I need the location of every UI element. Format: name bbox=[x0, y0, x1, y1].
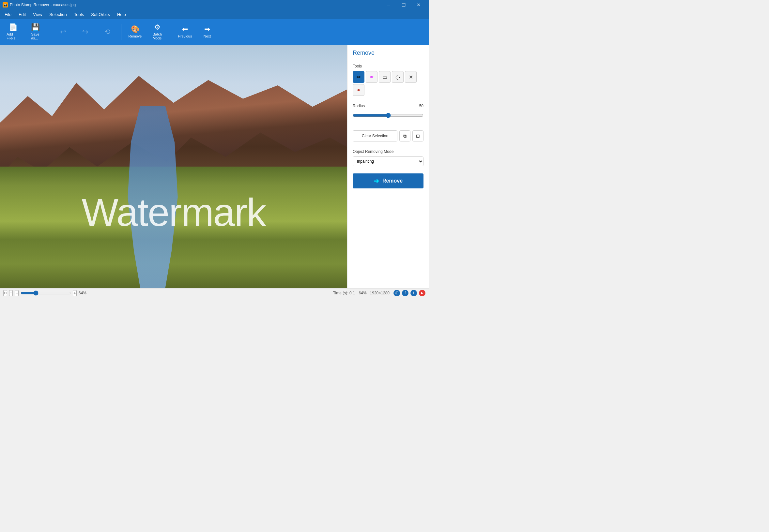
menu-file[interactable]: File bbox=[1, 11, 15, 18]
toolbar-separator-3 bbox=[171, 24, 171, 40]
undo-button[interactable]: ↩ bbox=[52, 21, 73, 43]
mode-label: Object Removing Mode bbox=[353, 149, 423, 154]
landscape-scene: Watermark bbox=[0, 45, 347, 288]
menu-tools[interactable]: Tools bbox=[71, 11, 87, 18]
tools-row: ✏ ✒ ▭ ◌ ✳ ● bbox=[353, 71, 423, 96]
tools-label: Tools bbox=[353, 64, 423, 68]
remove-icon: 🎨 bbox=[131, 26, 140, 33]
next-button[interactable]: ➡ Next bbox=[197, 21, 218, 43]
tool-lasso[interactable]: ◌ bbox=[392, 71, 404, 83]
zoom-actual-button[interactable]: □ bbox=[9, 290, 13, 296]
menu-edit[interactable]: Edit bbox=[15, 11, 29, 18]
zoom-fit-button[interactable]: ⊡ bbox=[3, 290, 7, 296]
panel-title: Remove bbox=[348, 45, 429, 60]
radius-row: Radius 50 bbox=[353, 104, 423, 108]
youtube-icon[interactable]: ▶ bbox=[419, 290, 425, 296]
maximize-button[interactable]: ☐ bbox=[396, 0, 411, 10]
add-files-icon: 📄 bbox=[9, 24, 18, 31]
menu-softorbits[interactable]: SoftOrbits bbox=[88, 11, 113, 18]
mode-section: Object Removing Mode Inpainting Content-… bbox=[348, 145, 429, 170]
previous-button[interactable]: ⬅ Previous bbox=[174, 21, 196, 43]
next-icon: ➡ bbox=[204, 26, 210, 33]
tool-stamp[interactable]: ● bbox=[353, 84, 364, 96]
redo-button[interactable]: ↪ bbox=[75, 21, 96, 43]
save-as-button[interactable]: 💾 Saveas... bbox=[25, 21, 46, 43]
title-bar: 📷 Photo Stamp Remover - caucasus.jpg ─ ☐… bbox=[0, 0, 429, 10]
radius-value: 50 bbox=[419, 104, 423, 108]
menu-selection[interactable]: Selection bbox=[46, 11, 70, 18]
history-icon: ⟲ bbox=[104, 28, 110, 36]
menu-view[interactable]: View bbox=[30, 11, 45, 18]
canvas-area[interactable]: Watermark bbox=[0, 45, 347, 288]
next-label: Next bbox=[204, 34, 211, 38]
remove-action-label: Remove bbox=[382, 178, 403, 184]
zoom-in-button[interactable]: + bbox=[73, 290, 77, 296]
time-label: Time (s): 0.1 bbox=[333, 291, 355, 295]
mode-select[interactable]: Inpainting Content-Aware Fill Smear bbox=[353, 156, 423, 166]
status-right: Time (s): 0.1 64% 1920×1280 ⓘ f t ▶ bbox=[333, 290, 425, 296]
remove-button[interactable]: 🎨 Remove bbox=[125, 21, 145, 43]
zoom-controls: ⊡ □ − + 64% bbox=[3, 288, 86, 298]
toolbar-separator-1 bbox=[49, 24, 49, 40]
radius-section: Radius 50 bbox=[348, 100, 429, 124]
save-as-icon: 💾 bbox=[31, 24, 40, 31]
tool-pencil[interactable]: ✏ bbox=[353, 71, 364, 83]
zoom-level-text: 64% bbox=[79, 291, 86, 295]
redo-icon: ↪ bbox=[82, 28, 88, 36]
add-files-button[interactable]: 📄 AddFile(s)... bbox=[3, 21, 23, 43]
paste-selection-button[interactable]: ⊡ bbox=[412, 130, 423, 141]
title-bar-controls: ─ ☐ ✕ bbox=[381, 0, 426, 10]
selection-row: Clear Selection ⧉ ⊡ bbox=[353, 130, 423, 141]
right-panel: Remove Tools ✏ ✒ ▭ ◌ ✳ ● Radius 50 Cl bbox=[347, 45, 429, 288]
app-icon: 📷 bbox=[3, 2, 8, 7]
twitter-icon[interactable]: t bbox=[410, 290, 417, 296]
clear-selection-button[interactable]: Clear Selection bbox=[353, 130, 397, 141]
batch-mode-icon: ⚙ bbox=[154, 24, 160, 31]
remove-arrow-icon: ➜ bbox=[374, 177, 379, 185]
tool-eraser[interactable]: ✒ bbox=[366, 71, 377, 83]
minimize-button[interactable]: ─ bbox=[381, 0, 396, 10]
save-as-label: Saveas... bbox=[31, 32, 39, 40]
batch-mode-label: BatchMode bbox=[153, 32, 162, 40]
previous-label: Previous bbox=[178, 34, 192, 38]
facebook-icon[interactable]: f bbox=[402, 290, 408, 296]
tool-rect[interactable]: ▭ bbox=[379, 71, 391, 83]
remove-label: Remove bbox=[128, 34, 142, 38]
image-size-text: 64% 1920×1280 bbox=[359, 291, 390, 295]
menu-help[interactable]: Help bbox=[114, 11, 129, 18]
remove-action-button[interactable]: ➜ Remove bbox=[353, 173, 423, 188]
menu-bar: File Edit View Selection Tools SoftOrbit… bbox=[0, 10, 429, 19]
previous-icon: ⬅ bbox=[182, 26, 188, 33]
toolbar-separator-2 bbox=[121, 24, 121, 40]
radius-label: Radius bbox=[353, 104, 365, 108]
zoom-out-button[interactable]: − bbox=[15, 290, 19, 296]
title-bar-text: Photo Stamp Remover - caucasus.jpg bbox=[10, 3, 76, 7]
batch-mode-button[interactable]: ⚙ BatchMode bbox=[147, 21, 168, 43]
copy-selection-button[interactable]: ⧉ bbox=[399, 130, 410, 141]
social-icons: ⓘ f t ▶ bbox=[393, 290, 425, 296]
add-files-label: AddFile(s)... bbox=[7, 32, 20, 40]
undo-icon: ↩ bbox=[60, 28, 66, 36]
main-layout: Watermark Remove Tools ✏ ✒ ▭ ◌ ✳ ● Radiu… bbox=[0, 45, 429, 288]
toolbar: 📄 AddFile(s)... 💾 Saveas... ↩ ↪ ⟲ 🎨 Remo… bbox=[0, 19, 429, 45]
radius-slider[interactable] bbox=[353, 113, 423, 118]
watermark-text: Watermark bbox=[81, 190, 266, 235]
status-left: ⊡ □ − + 64% bbox=[3, 288, 86, 298]
tools-section: Tools ✏ ✒ ▭ ◌ ✳ ● bbox=[348, 60, 429, 100]
info-icon[interactable]: ⓘ bbox=[393, 290, 400, 296]
history-button[interactable]: ⟲ bbox=[97, 21, 118, 43]
tool-magic[interactable]: ✳ bbox=[405, 71, 417, 83]
title-bar-left: 📷 Photo Stamp Remover - caucasus.jpg bbox=[3, 2, 76, 7]
zoom-slider[interactable] bbox=[21, 290, 71, 296]
status-bar: ⊡ □ − + 64% Time (s): 0.1 64% 1920×1280 … bbox=[0, 288, 429, 297]
selection-section: Clear Selection ⧉ ⊡ bbox=[348, 124, 429, 145]
close-button[interactable]: ✕ bbox=[411, 0, 426, 10]
